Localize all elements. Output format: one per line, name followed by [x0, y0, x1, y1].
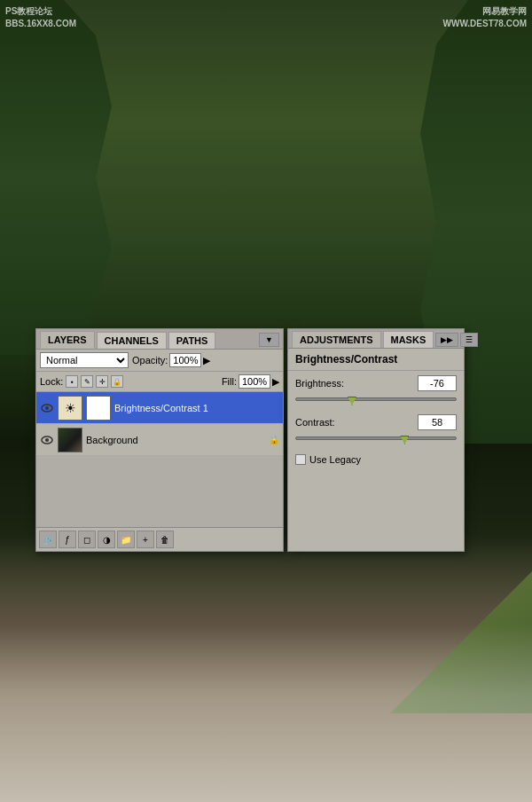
delete-layer-button[interactable]: 🗑	[156, 531, 174, 548]
layer-eye-background[interactable]	[40, 433, 54, 447]
layers-toolbar: Normal Opacity: ▶	[36, 350, 283, 372]
layers-panel: LAYERS CHANNELS PATHS ▼ Normal Opacity: …	[35, 328, 284, 552]
lock-all-icon[interactable]: 🔒	[111, 375, 123, 388]
contrast-row: Contrast:	[288, 410, 464, 435]
contrast-slider-container	[288, 435, 464, 449]
fill-label: Fill:	[222, 376, 237, 387]
panels-container: LAYERS CHANNELS PATHS ▼ Normal Opacity: …	[35, 328, 465, 552]
lock-transparent-icon[interactable]: ▪	[66, 375, 78, 388]
group-layer-button[interactable]: 📁	[117, 531, 135, 548]
adjustment-layer-button[interactable]: ◑	[98, 531, 115, 548]
panel-tabs: LAYERS CHANNELS PATHS ▼	[36, 329, 283, 350]
brightness-slider-thumb[interactable]	[348, 397, 356, 405]
brightness-slider-track[interactable]	[295, 397, 457, 401]
layer-thumb-mask	[86, 396, 111, 421]
opacity-arrow[interactable]: ▶	[203, 355, 210, 366]
adj-title: Brightness/Contrast	[288, 349, 464, 371]
layer-name-brightness: Brightness/Contrast 1	[114, 403, 279, 413]
adj-tabs: ADJUSTMENTS MASKS ▶▶ ☰	[288, 329, 464, 349]
layer-mask-button[interactable]: ◻	[78, 531, 96, 548]
layer-row-background[interactable]: Background 🔒	[36, 424, 283, 456]
opacity-row: Opacity: ▶	[132, 353, 210, 367]
layer-eye-brightness[interactable]	[40, 401, 54, 415]
tab-layers[interactable]: LAYERS	[40, 331, 95, 349]
new-layer-button[interactable]: +	[137, 531, 154, 548]
fill-arrow[interactable]: ▶	[272, 376, 279, 388]
tab-masks[interactable]: MASKS	[383, 331, 434, 348]
layer-name-background: Background	[86, 435, 265, 445]
lock-icon: 🔒	[269, 435, 279, 444]
layer-thumb-background	[58, 428, 82, 452]
layer-thumb-adjustment: ☀	[58, 396, 82, 421]
contrast-slider-thumb[interactable]	[400, 436, 409, 444]
contrast-label: Contrast:	[295, 417, 414, 428]
fill-input[interactable]	[239, 374, 270, 389]
lock-label: Lock:	[40, 376, 63, 387]
brightness-input[interactable]	[418, 375, 457, 391]
contrast-input[interactable]	[418, 414, 457, 430]
svg-point-3	[45, 438, 49, 442]
brightness-label: Brightness:	[295, 378, 414, 389]
layer-style-button[interactable]: ƒ	[59, 531, 76, 548]
link-layers-button[interactable]: 🔗	[39, 531, 57, 548]
adj-forward-button[interactable]: ▶▶	[435, 333, 458, 347]
adjustments-panel: ADJUSTMENTS MASKS ▶▶ ☰ Brightness/Contra…	[287, 328, 465, 552]
fill-row: Fill: ▶	[222, 374, 279, 389]
adj-menu-button[interactable]: ☰	[460, 333, 478, 347]
svg-point-1	[45, 406, 49, 410]
use-legacy-row: Use Legacy	[288, 449, 464, 470]
lock-row: Lock: ▪ ✎ ✛ 🔒 Fill: ▶	[36, 372, 283, 392]
lock-paint-icon[interactable]: ✎	[81, 375, 93, 388]
tab-channels[interactable]: CHANNELS	[97, 332, 167, 349]
brightness-slider-container	[288, 396, 464, 410]
watermark-top-left: PS教程论坛 BBS.16XX8.COM	[5, 5, 76, 30]
opacity-label: Opacity:	[132, 355, 168, 366]
brightness-row: Brightness:	[288, 371, 464, 396]
use-legacy-checkbox[interactable]	[295, 454, 306, 465]
tab-paths[interactable]: PATHS	[168, 332, 216, 349]
panel-menu-button[interactable]: ▼	[259, 333, 279, 347]
use-legacy-label: Use Legacy	[309, 454, 361, 465]
layers-footer: 🔗 ƒ ◻ ◑ 📁 + 🗑	[36, 527, 283, 551]
watermark-top-right: 网易教学网 WWW.DEST78.COM	[443, 5, 527, 30]
opacity-input[interactable]	[169, 353, 201, 367]
lock-move-icon[interactable]: ✛	[96, 375, 108, 388]
tab-adjustments[interactable]: ADJUSTMENTS	[292, 331, 381, 348]
blend-mode-select[interactable]: Normal	[40, 352, 129, 368]
contrast-slider-track[interactable]	[295, 436, 457, 440]
layer-row-brightness[interactable]: ☀ Brightness/Contrast 1	[36, 392, 283, 424]
layers-empty-area	[36, 456, 283, 527]
